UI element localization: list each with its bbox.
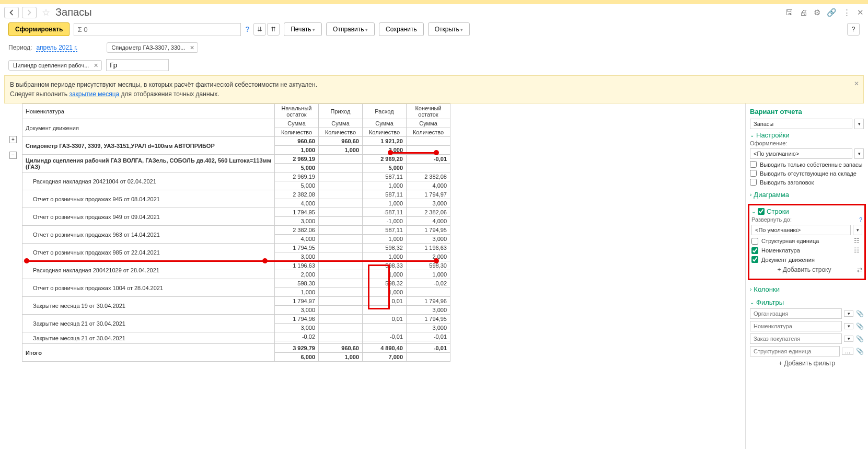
- annotation-line-long: [26, 260, 436, 262]
- table-row[interactable]: Закрытие месяца 21 от 30.04.2021-0,02-0,…: [22, 332, 450, 341]
- filter-order[interactable]: [750, 333, 842, 344]
- dropdown-icon[interactable]: ▾: [844, 310, 853, 317]
- filter-struct[interactable]: [750, 346, 840, 356]
- variant-title: Вариант отчета: [750, 108, 864, 116]
- add-row-button[interactable]: + Добавить строку ⇄: [751, 266, 862, 273]
- filter-nomen[interactable]: [750, 321, 842, 331]
- chk-absent[interactable]: [750, 170, 757, 177]
- annotation-dot: [262, 258, 268, 263]
- tree-expand-button[interactable]: +: [9, 136, 17, 143]
- nav-back-button[interactable]: [4, 7, 19, 18]
- annotation-line: [390, 152, 436, 154]
- chk-header[interactable]: [750, 179, 757, 186]
- diagram-section[interactable]: Диаграмма: [750, 191, 864, 199]
- shuffle-icon[interactable]: ⇄: [857, 266, 862, 273]
- chk-doc-movement[interactable]: [751, 256, 758, 263]
- warning-close-icon[interactable]: ✕: [854, 79, 859, 88]
- clip-icon[interactable]: 📎: [855, 348, 864, 355]
- col-end: Конечный остаток: [407, 104, 450, 119]
- table-row[interactable]: Закрытие месяца 21 от 30.04.20211 794,96…: [22, 315, 450, 324]
- settings-icon[interactable]: ⚙: [814, 8, 820, 17]
- generate-button[interactable]: Сформировать: [8, 22, 70, 36]
- help-button[interactable]: ?: [847, 23, 860, 36]
- table-row[interactable]: Цилиндр сцепления рабочий ГАЗ ВОЛГА, ГАЗ…: [22, 155, 450, 164]
- rows-section[interactable]: Строки: [751, 208, 862, 215]
- chk-nomenclature[interactable]: [751, 247, 758, 254]
- sigma-field[interactable]: [74, 23, 241, 36]
- annotation-dot: [24, 258, 29, 263]
- annotation-dot: [434, 258, 439, 263]
- dots-icon[interactable]: …: [842, 348, 853, 355]
- more-icon[interactable]: ⋮: [843, 8, 851, 17]
- link-icon[interactable]: 🔗: [827, 8, 837, 17]
- chk-rows-enable[interactable]: [758, 208, 765, 215]
- settings-section[interactable]: Настройки: [750, 131, 864, 139]
- annotation-box: [368, 264, 390, 309]
- floppy-icon[interactable]: 🖫: [785, 8, 793, 17]
- hierarchy-icon[interactable]: ☷: [854, 247, 862, 254]
- chk-struct-unit[interactable]: [751, 238, 758, 245]
- period-label: Период:: [8, 44, 32, 51]
- add-filter-button[interactable]: + Добавить фильтр: [750, 360, 864, 367]
- table-row[interactable]: Отчет о розничных продажах 945 от 08.04.…: [22, 190, 450, 199]
- rows-section-highlighted: Строки Развернуть до: ? <По умолчанию> ▾…: [748, 204, 866, 280]
- report-area: + − Номенклатура Начальный остаток Прихо…: [0, 103, 745, 449]
- clip-icon[interactable]: 📎: [855, 323, 864, 330]
- filters-section[interactable]: Фильтры: [750, 298, 864, 306]
- col-doc: Документ движения: [22, 119, 275, 137]
- nav-forward-button[interactable]: [22, 7, 37, 18]
- table-row[interactable]: Отчет о розничных продажах 949 от 09.04.…: [22, 208, 450, 217]
- save-button[interactable]: Сохранить: [379, 22, 424, 36]
- filter-chips-row-1: Период: апрель 2021 г. Спидометр ГАЗ-330…: [0, 40, 868, 57]
- period-link[interactable]: апрель 2021 г.: [36, 44, 77, 52]
- expand-select[interactable]: <По умолчанию>: [751, 225, 851, 235]
- dropdown-icon[interactable]: ▾: [844, 336, 853, 342]
- open-button[interactable]: Открыть: [428, 22, 470, 36]
- table-row[interactable]: Расходная накладная 20421004 от 02.04.20…: [22, 172, 450, 181]
- help-icon[interactable]: ?: [245, 25, 249, 33]
- total-label: Итого: [22, 344, 275, 362]
- formatting-select[interactable]: <По умолчанию>: [750, 148, 852, 159]
- filter-chip-1[interactable]: Спидометр ГАЗ-3307, 330... ✕: [107, 42, 198, 53]
- printer-icon[interactable]: 🖨: [800, 8, 807, 17]
- settings-sidebar: Вариант отчета Запасы ▾ Настройки Оформл…: [745, 103, 868, 449]
- table-row[interactable]: Отчет о розничных продажах 963 от 14.04.…: [22, 226, 450, 235]
- collapse-tree-icon[interactable]: ⇈: [267, 23, 280, 36]
- print-button[interactable]: Печать: [284, 22, 322, 36]
- filter-chips-row-2: Цилиндр сцепления рабоч... ✕: [0, 59, 868, 75]
- header: ☆ Запасы 🖫 🖨 ⚙ 🔗 ⋮ ✕: [0, 4, 868, 20]
- filter-chip-2[interactable]: Цилиндр сцепления рабоч... ✕: [8, 60, 102, 71]
- favorite-icon[interactable]: ☆: [42, 7, 50, 18]
- expand-tree-icon[interactable]: ⇊: [253, 23, 266, 36]
- report-table: Номенклатура Начальный остаток Приход Ра…: [22, 103, 450, 362]
- filter-org[interactable]: [750, 308, 842, 319]
- col-in: Приход: [319, 104, 363, 119]
- clip-icon[interactable]: 📎: [855, 335, 864, 342]
- filter-input-2[interactable]: [106, 59, 169, 71]
- clip-icon[interactable]: 📎: [855, 310, 864, 317]
- chk-own-stock[interactable]: [750, 161, 757, 168]
- dropdown-icon[interactable]: ▾: [844, 323, 853, 329]
- close-icon[interactable]: ✕: [857, 8, 864, 17]
- tree-collapse-button[interactable]: −: [9, 152, 17, 159]
- send-button[interactable]: Отправить: [326, 22, 375, 36]
- table-row[interactable]: Спидометр ГАЗ-3307, 3309, УАЗ-3151,УРАЛ …: [22, 137, 450, 146]
- dropdown-icon[interactable]: ▾: [854, 119, 864, 129]
- columns-section[interactable]: Колонки: [750, 285, 864, 293]
- month-close-link[interactable]: закрытие месяца: [69, 90, 119, 98]
- table-row[interactable]: Отчет о розничных продажах 985 от 22.04.…: [22, 244, 450, 252]
- variant-select[interactable]: Запасы: [750, 119, 852, 129]
- warning-panel: ✕ В выбранном периоде присутствуют месяц…: [4, 75, 864, 103]
- page-title: Запасы: [55, 6, 92, 18]
- col-nomenclature: Номенклатура: [22, 104, 275, 119]
- chip-close-icon[interactable]: ✕: [94, 62, 98, 69]
- dropdown-icon[interactable]: ▾: [853, 225, 862, 235]
- toolbar: Сформировать ? ⇊ ⇈ Печать Отправить Сохр…: [0, 20, 868, 40]
- col-out: Расход: [363, 104, 407, 119]
- dropdown-icon[interactable]: ▾: [854, 148, 864, 159]
- chip-close-icon[interactable]: ✕: [190, 44, 194, 51]
- annotation-dot: [434, 150, 439, 155]
- hierarchy-icon[interactable]: ☷: [854, 237, 862, 245]
- annotation-dot: [388, 150, 393, 155]
- help-icon[interactable]: ?: [859, 216, 862, 223]
